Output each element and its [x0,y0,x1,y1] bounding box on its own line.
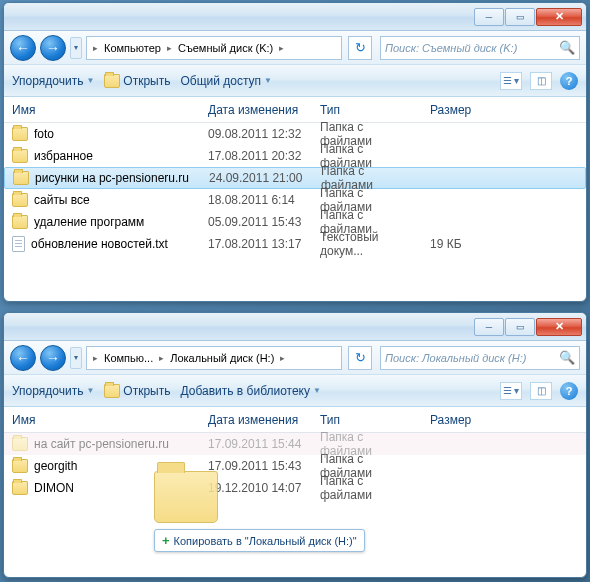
refresh-button[interactable]: ↻ [348,36,372,60]
breadcrumb[interactable]: ▸ Компью... ▸ Локальный диск (H:) ▸ [86,346,342,370]
file-size: 19 КБ [422,237,502,251]
folder-icon [12,437,28,451]
file-date: 17.08.2011 13:17 [200,237,312,251]
file-name: избранное [34,149,93,163]
minimize-button[interactable]: ─ [474,8,504,26]
nav-history-dropdown[interactable]: ▾ [70,347,82,369]
file-date: 05.09.2011 15:43 [200,215,312,229]
navbar: ← → ▾ ▸ Компьютер ▸ Съемный диск (K:) ▸ … [4,31,586,65]
column-name[interactable]: Имя [4,413,200,427]
table-row[interactable]: сайты все18.08.2011 6:14Папка с файлами [4,189,586,211]
table-row[interactable]: обновление новостей.txt17.08.2011 13:17Т… [4,233,586,255]
file-name: обновление новостей.txt [31,237,168,251]
search-icon[interactable]: 🔍 [559,350,575,365]
preview-pane-button[interactable]: ◫ [530,72,552,90]
file-type: Текстовый докум... [312,230,422,258]
folder-icon [12,149,28,163]
help-icon[interactable]: ? [560,72,578,90]
file-date: 17.09.2011 15:44 [200,437,312,451]
folder-icon [104,74,120,88]
add-to-library-menu[interactable]: Добавить в библиотеку▼ [180,384,320,398]
organize-menu[interactable]: Упорядочить▼ [12,384,94,398]
preview-pane-button[interactable]: ◫ [530,382,552,400]
explorer-window-2: ─ ▭ ✕ ← → ▾ ▸ Компью... ▸ Локальный диск… [3,312,587,578]
column-type[interactable]: Тип [312,103,422,117]
text-file-icon [12,236,25,252]
forward-button[interactable]: → [40,35,66,61]
folder-icon [12,193,28,207]
column-size[interactable]: Размер [422,103,502,117]
file-date: 19.12.2010 14:07 [200,481,312,495]
table-row[interactable]: рисунки на pc-pensioneru.ru24.09.2011 21… [4,167,586,189]
plus-icon: + [162,533,170,548]
close-button[interactable]: ✕ [536,8,582,26]
refresh-button[interactable]: ↻ [348,346,372,370]
table-row[interactable]: избранное17.08.2011 20:32Папка с файлами [4,145,586,167]
table-row[interactable]: на сайт pc-pensioneru.ru17.09.2011 15:44… [4,433,586,455]
minimize-button[interactable]: ─ [474,318,504,336]
breadcrumb-segment[interactable]: Компью... [100,347,157,369]
view-options-button[interactable]: ☰ ▾ [500,72,522,90]
folder-icon [13,171,29,185]
breadcrumb[interactable]: ▸ Компьютер ▸ Съемный диск (K:) ▸ [86,36,342,60]
toolbar: Упорядочить▼ Открыть Добавить в библиоте… [4,375,586,407]
file-date: 18.08.2011 6:14 [200,193,312,207]
folder-icon [12,127,28,141]
share-menu[interactable]: Общий доступ▼ [180,74,272,88]
help-icon[interactable]: ? [560,382,578,400]
search-placeholder: Поиск: Локальный диск (H:) [385,352,526,364]
close-button[interactable]: ✕ [536,318,582,336]
navbar: ← → ▾ ▸ Компью... ▸ Локальный диск (H:) … [4,341,586,375]
open-button[interactable]: Открыть [104,384,170,398]
file-list[interactable]: foto09.08.2011 12:32Папка с файламиизбра… [4,123,586,255]
file-name: удаление программ [34,215,144,229]
organize-menu[interactable]: Упорядочить▼ [12,74,94,88]
view-options-button[interactable]: ☰ ▾ [500,382,522,400]
file-type: Папка с файлами [312,430,422,458]
file-name: foto [34,127,54,141]
chevron-right-icon: ▸ [157,353,166,363]
nav-history-dropdown[interactable]: ▾ [70,37,82,59]
chevron-right-icon: ▸ [91,353,100,363]
explorer-window-1: ─ ▭ ✕ ← → ▾ ▸ Компьютер ▸ Съемный диск (… [3,2,587,302]
column-name[interactable]: Имя [4,103,200,117]
folder-icon [12,215,28,229]
toolbar: Упорядочить▼ Открыть Общий доступ▼ ☰ ▾ ◫… [4,65,586,97]
table-row[interactable]: удаление программ05.09.2011 15:43Папка с… [4,211,586,233]
back-button[interactable]: ← [10,35,36,61]
breadcrumb-segment[interactable]: Локальный диск (H:) [166,347,278,369]
folder-icon [104,384,120,398]
chevron-right-icon: ▸ [91,43,100,53]
breadcrumb-segment[interactable]: Компьютер [100,37,165,59]
file-date: 17.08.2011 20:32 [200,149,312,163]
column-size[interactable]: Размер [422,413,502,427]
drop-hint-label: Копировать в "Локальный диск (H:)" [174,535,357,547]
folder-icon [12,481,28,495]
breadcrumb-segment[interactable]: Съемный диск (K:) [174,37,277,59]
column-type[interactable]: Тип [312,413,422,427]
table-row[interactable]: georgith17.09.2011 15:43Папка с файлами [4,455,586,477]
file-list[interactable]: на сайт pc-pensioneru.ru17.09.2011 15:44… [4,433,586,499]
back-button[interactable]: ← [10,345,36,371]
titlebar[interactable]: ─ ▭ ✕ [4,313,586,341]
file-date: 17.09.2011 15:43 [200,459,312,473]
file-name: DIMON [34,481,74,495]
forward-button[interactable]: → [40,345,66,371]
file-name: сайты все [34,193,90,207]
table-row[interactable]: foto09.08.2011 12:32Папка с файлами [4,123,586,145]
file-type: Папка с файлами [312,474,422,502]
search-icon[interactable]: 🔍 [559,40,575,55]
open-button[interactable]: Открыть [104,74,170,88]
file-date: 24.09.2011 21:00 [201,171,313,185]
titlebar[interactable]: ─ ▭ ✕ [4,3,586,31]
column-date[interactable]: Дата изменения [200,413,312,427]
column-headers: Имя Дата изменения Тип Размер [4,97,586,123]
table-row[interactable]: DIMON19.12.2010 14:07Папка с файлами [4,477,586,499]
column-date[interactable]: Дата изменения [200,103,312,117]
file-name: georgith [34,459,77,473]
maximize-button[interactable]: ▭ [505,318,535,336]
maximize-button[interactable]: ▭ [505,8,535,26]
chevron-right-icon: ▸ [278,353,287,363]
search-input[interactable]: Поиск: Съемный диск (K:) 🔍 [380,36,580,60]
search-input[interactable]: Поиск: Локальный диск (H:) 🔍 [380,346,580,370]
